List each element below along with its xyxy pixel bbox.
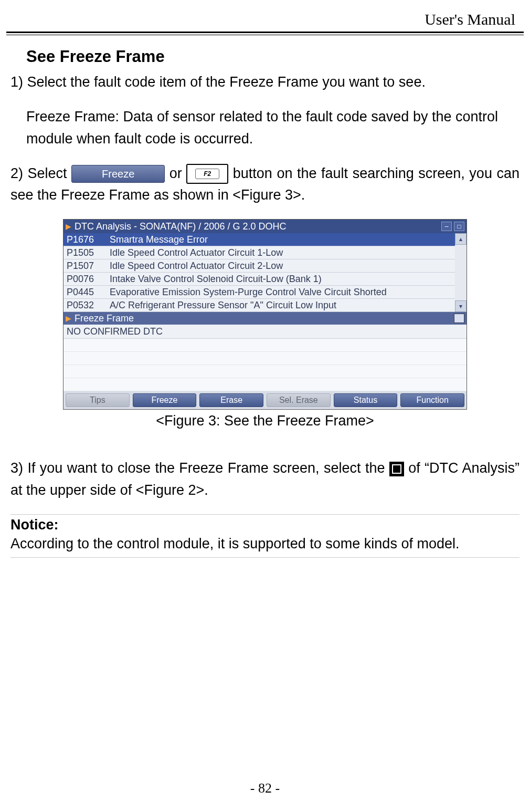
no-confirmed-dtc: NO CONFIRMED DTC bbox=[63, 325, 467, 339]
dtc-desc: Idle Speed Control Actuator Circuit 2-Lo… bbox=[108, 261, 455, 272]
figure-3-caption: <Figure 3: See the Freeze Frame> bbox=[10, 413, 520, 429]
step-3-number: 3) bbox=[10, 460, 23, 476]
blank-row bbox=[63, 339, 467, 352]
screenshot-footer: Tips Freeze Erase Sel. Erase Status Func… bbox=[63, 391, 467, 409]
scrollbar[interactable]: ▴ ▾ bbox=[455, 233, 467, 312]
header-title: User's Manual bbox=[425, 11, 515, 28]
dtc-code: P0076 bbox=[63, 274, 108, 285]
screenshot-titlebar: ▶ DTC Analysis - SONATA(NF) / 2006 / G 2… bbox=[63, 220, 467, 233]
dtc-desc: Smartra Message Error bbox=[108, 234, 455, 245]
step-2-number: 2) bbox=[10, 165, 23, 181]
notice-rule-bottom bbox=[10, 557, 520, 558]
function-button[interactable]: Function bbox=[400, 393, 464, 407]
dtc-code: P1505 bbox=[63, 247, 108, 258]
blank-row bbox=[63, 365, 467, 378]
scroll-down-icon[interactable]: ▾ bbox=[455, 300, 467, 312]
step-2-text-before: Select bbox=[23, 165, 71, 181]
scroll-up-icon[interactable]: ▴ bbox=[455, 233, 467, 245]
dtc-code: P1507 bbox=[63, 261, 108, 272]
status-button[interactable]: Status bbox=[334, 393, 398, 407]
step-1: 1) Select the fault code item of the Fre… bbox=[10, 71, 520, 93]
maximize-square-icon[interactable] bbox=[389, 462, 404, 476]
dtc-desc: Idle Speed Control Actuator Circuit 1-Lo… bbox=[108, 247, 455, 258]
table-row[interactable]: P0445 Evaporative Emission System-Purge … bbox=[63, 286, 455, 299]
section-heading: See Freeze Frame bbox=[26, 47, 520, 66]
step-2-text-mid: or bbox=[169, 165, 187, 181]
blank-row bbox=[63, 378, 467, 391]
notice-text: According to the control module, it is s… bbox=[10, 533, 520, 555]
titlebar-arrow-icon: ▶ bbox=[66, 222, 71, 231]
titlebar-maximize-icon[interactable]: □ bbox=[454, 222, 464, 231]
page-number: - 82 - bbox=[0, 780, 530, 796]
freeze-frame-subbar: ▶ Freeze Frame bbox=[63, 312, 467, 325]
subbar-maximize-icon[interactable] bbox=[454, 314, 464, 323]
step-3-text-before: If you want to close the Freeze Frame sc… bbox=[23, 460, 389, 476]
dtc-desc: A/C Refrigerant Pressure Sensor "A" Circ… bbox=[108, 300, 455, 311]
dtc-desc: Intake Valve Control Solenoid Circuit-Lo… bbox=[108, 274, 455, 285]
subbar-arrow-icon: ▶ bbox=[66, 314, 71, 322]
dtc-code: P1676 bbox=[63, 234, 108, 245]
dtc-list: P1676 Smartra Message Error P1505 Idle S… bbox=[63, 233, 455, 312]
f2-label: F2 bbox=[195, 169, 219, 179]
tips-button[interactable]: Tips bbox=[66, 393, 130, 407]
erase-button[interactable]: Erase bbox=[199, 393, 263, 407]
sel-erase-button[interactable]: Sel. Erase bbox=[267, 393, 331, 407]
step-1-number: 1) bbox=[10, 74, 23, 90]
table-row[interactable]: P1507 Idle Speed Control Actuator Circui… bbox=[63, 259, 455, 273]
step-2: 2) Select Freeze or F2 button on the fau… bbox=[10, 163, 520, 207]
table-row[interactable]: P1505 Idle Speed Control Actuator Circui… bbox=[63, 246, 455, 259]
freeze-frame-subtitle: Freeze Frame bbox=[75, 313, 134, 324]
screenshot-title: DTC Analysis - SONATA(NF) / 2006 / G 2.0… bbox=[75, 221, 286, 232]
dtc-screenshot: ▶ DTC Analysis - SONATA(NF) / 2006 / G 2… bbox=[63, 219, 467, 410]
notice-label: Notice: bbox=[10, 517, 520, 533]
freeze-footer-button[interactable]: Freeze bbox=[133, 393, 197, 407]
header-rule-thin bbox=[6, 35, 524, 35]
step-3: 3) If you want to close the Freeze Frame… bbox=[10, 457, 520, 502]
dtc-code: P0445 bbox=[63, 287, 108, 298]
freeze-button[interactable]: Freeze bbox=[71, 165, 165, 183]
freeze-frame-definition: Freeze Frame: Data of sensor related to … bbox=[26, 106, 520, 150]
table-row[interactable]: P1676 Smartra Message Error bbox=[63, 233, 455, 246]
table-row[interactable]: P0076 Intake Valve Control Solenoid Circ… bbox=[63, 273, 455, 286]
blank-row bbox=[63, 352, 467, 365]
table-row[interactable]: P0532 A/C Refrigerant Pressure Sensor "A… bbox=[63, 299, 455, 312]
dtc-desc: Evaporative Emission System-Purge Contro… bbox=[108, 287, 455, 298]
titlebar-minimize-icon[interactable]: – bbox=[441, 222, 452, 231]
header-rule-thick bbox=[6, 32, 524, 33]
notice-rule-top bbox=[10, 514, 520, 515]
f2-button[interactable]: F2 bbox=[186, 164, 228, 184]
step-1-text: Select the fault code item of the Freeze… bbox=[23, 74, 426, 90]
dtc-code: P0532 bbox=[63, 300, 108, 311]
